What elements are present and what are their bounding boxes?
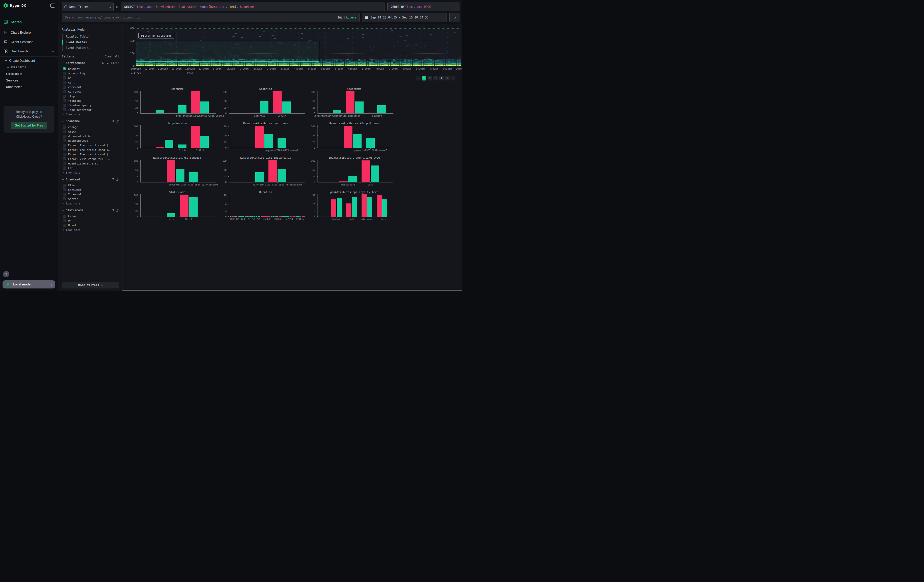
search-icon[interactable]	[112, 120, 115, 123]
sidebar-item-client-sessions[interactable]: Client Sessions	[0, 37, 58, 46]
show-more-button[interactable]: › Show more	[62, 112, 119, 116]
sidebar-item-clickhouse[interactable]: ClickHouse	[0, 71, 58, 77]
checkbox[interactable]	[63, 214, 66, 218]
search-input[interactable]: Search your events w/ Lucene ex. column:…	[62, 13, 360, 22]
checkbox[interactable]	[63, 184, 66, 187]
page-button-3[interactable]: 3	[433, 76, 438, 81]
analysis-mode-event-deltas[interactable]: Event Deltas	[63, 40, 119, 45]
sidebar-item-chart-explorer[interactable]: Chart Explorer	[0, 28, 58, 37]
filter-option[interactable]: Client	[62, 183, 119, 188]
filter-option[interactable]: load-generator	[62, 107, 119, 112]
checkbox[interactable]	[63, 167, 66, 170]
date-range-picker[interactable]: Sep 14 22:04:35 - Sep 15 10:04:35	[362, 13, 447, 22]
pin-icon[interactable]	[116, 209, 119, 212]
page-button-1[interactable]: 1	[422, 76, 426, 81]
lucene-toggle[interactable]: Lucene	[346, 16, 356, 19]
page-next-button[interactable]: ›	[451, 76, 455, 81]
presets-toggle[interactable]: PRESETS	[0, 64, 58, 71]
page-prev-button[interactable]: ‹	[416, 76, 421, 81]
chevron-down-icon[interactable]	[62, 120, 64, 122]
page-button-2[interactable]: 2	[427, 76, 432, 81]
analysis-mode-results-table[interactable]: Results Table	[63, 34, 119, 40]
search-icon[interactable]	[112, 178, 115, 181]
checkbox[interactable]	[63, 148, 66, 151]
checkbox[interactable]	[63, 224, 66, 227]
checkbox[interactable]	[63, 104, 66, 107]
analysis-mode-event-patterns[interactable]: Event Patterns	[63, 45, 119, 51]
pin-icon[interactable]	[107, 61, 110, 64]
filter-option[interactable]: Error: The credit card (…	[62, 148, 119, 152]
event-deltas-heatmap[interactable]	[136, 28, 461, 66]
filter-option[interactable]: Error	[62, 214, 119, 218]
page-button-5[interactable]: 5	[445, 76, 450, 81]
checkbox[interactable]	[63, 197, 66, 200]
filter-option[interactable]: EXPIRE	[62, 166, 119, 170]
search-icon[interactable]	[112, 209, 115, 212]
checkbox[interactable]	[63, 162, 66, 165]
checkbox[interactable]	[63, 130, 66, 133]
checkbox[interactable]	[63, 135, 66, 138]
more-filters-button[interactable]: More filters ⌄	[62, 282, 119, 289]
checkbox[interactable]	[63, 157, 66, 160]
chevron-down-icon[interactable]	[62, 179, 64, 180]
filter-option[interactable]: eventListener.error	[62, 161, 119, 166]
collapse-sidebar-icon[interactable]	[50, 3, 55, 8]
filter-option[interactable]: frontend	[62, 99, 119, 103]
filter-option[interactable]: Consumer	[62, 188, 119, 192]
select-query-input[interactable]: SELECT Timestamp, ServiceName, StatusCod…	[121, 3, 385, 11]
filter-option[interactable]: frontend-proxy	[62, 103, 119, 107]
filter-option[interactable]: cart	[62, 80, 119, 85]
checkbox[interactable]	[63, 193, 66, 196]
order-by-input[interactable]: ORDER BY Timestamp DESC	[387, 3, 459, 11]
filter-by-selection-button[interactable]: Filter by Selection	[139, 33, 174, 38]
filter-option[interactable]: documentLoad	[62, 138, 119, 143]
checkbox[interactable]	[63, 90, 66, 93]
source-select[interactable]: Demo Traces	[62, 3, 114, 11]
filter-option[interactable]: Error: The credit card (…	[62, 152, 119, 157]
sidebar-item-dashboards[interactable]: Dashboards	[0, 46, 58, 56]
search-icon[interactable]	[102, 61, 105, 64]
local-mode-button[interactable]: U Local mode	[3, 280, 55, 289]
run-query-button[interactable]	[449, 13, 459, 22]
filter-option[interactable]: documentFetch	[62, 134, 119, 138]
filter-option[interactable]: change	[62, 125, 119, 129]
gear-icon[interactable]: ⚙	[116, 3, 119, 11]
filter-option[interactable]: Ok	[62, 218, 119, 223]
checkbox[interactable]	[63, 125, 66, 129]
show-more-button[interactable]: › Show more	[62, 170, 119, 174]
filter-option[interactable]: accounting	[62, 71, 119, 76]
horizontal-scrollbar[interactable]	[122, 290, 462, 291]
get-started-button[interactable]: Get Started for Free	[11, 122, 47, 129]
clear-filter-button[interactable]: Clear	[111, 61, 119, 64]
filter-option[interactable]: Error: Visa cache full: …	[62, 157, 119, 161]
sql-toggle[interactable]: SQL	[338, 16, 343, 19]
checkbox[interactable]	[63, 108, 66, 111]
filter-group-name[interactable]: ServiceName	[66, 61, 85, 65]
filter-option[interactable]: click	[62, 129, 119, 134]
filter-option[interactable]: Error: The credit card (…	[62, 143, 119, 148]
filter-option[interactable]: checkout	[62, 85, 119, 89]
filter-option[interactable]: ✓payment	[62, 66, 119, 71]
sidebar-item-search[interactable]: Search	[0, 17, 58, 26]
filter-option[interactable]: flagd	[62, 94, 119, 99]
filter-group-name[interactable]: SpanKind	[66, 178, 80, 181]
create-dashboard-button[interactable]: + Create Dashboard	[0, 57, 58, 64]
filter-group-name[interactable]: SpanName	[66, 119, 80, 123]
sidebar-item-services[interactable]: Services	[0, 77, 58, 84]
checkbox[interactable]	[63, 188, 66, 191]
filter-option[interactable]: Unset	[62, 223, 119, 228]
checkbox[interactable]	[63, 95, 66, 98]
chevron-down-icon[interactable]	[62, 209, 64, 211]
checkbox[interactable]	[63, 139, 66, 142]
help-button[interactable]: ?	[3, 271, 9, 277]
checkbox[interactable]: ✓	[63, 67, 66, 70]
page-button-4[interactable]: 4	[439, 76, 444, 81]
filter-option[interactable]: Internal	[62, 192, 119, 196]
show-more-button[interactable]: › Load more	[62, 201, 119, 205]
checkbox[interactable]	[63, 144, 66, 147]
filter-option[interactable]: Server	[62, 196, 119, 201]
filter-option[interactable]: currency	[62, 89, 119, 94]
sidebar-item-kubernetes[interactable]: Kubernetes	[0, 84, 58, 90]
checkbox[interactable]	[63, 99, 66, 102]
checkbox[interactable]	[63, 76, 66, 79]
